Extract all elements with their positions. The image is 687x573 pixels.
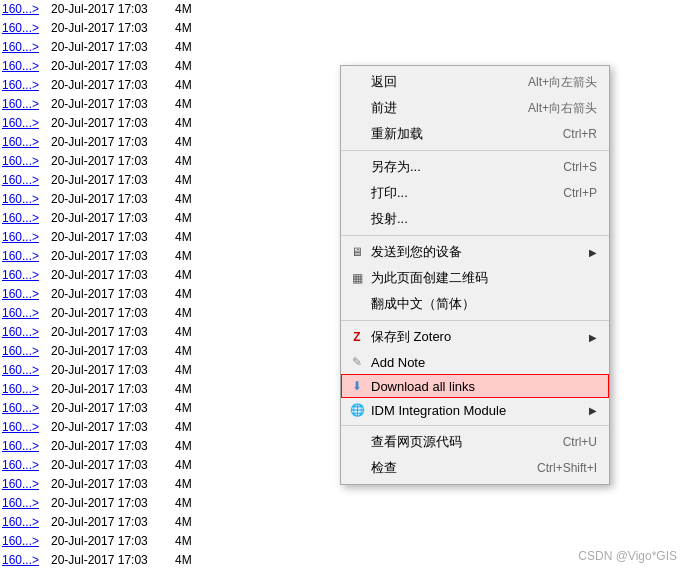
file-row: 160...>20-Jul-2017 17:034M xyxy=(0,171,340,190)
menu-shortcut-inspect: Ctrl+Shift+I xyxy=(537,461,597,475)
file-date: 20-Jul-2017 17:03 xyxy=(51,247,171,266)
file-link[interactable]: 160...> xyxy=(2,456,47,475)
file-size: 4M xyxy=(175,399,192,418)
file-size: 4M xyxy=(175,190,192,209)
file-row: 160...>20-Jul-2017 17:034M xyxy=(0,114,340,133)
file-date: 20-Jul-2017 17:03 xyxy=(51,494,171,513)
menu-item-reload[interactable]: 重新加载Ctrl+R xyxy=(341,121,609,147)
file-size: 4M xyxy=(175,285,192,304)
download-all-links-icon: ⬇ xyxy=(349,378,365,394)
file-link[interactable]: 160...> xyxy=(2,19,47,38)
file-size: 4M xyxy=(175,437,192,456)
file-size: 4M xyxy=(175,342,192,361)
file-link[interactable]: 160...> xyxy=(2,133,47,152)
idm-icon: 🌐 xyxy=(349,402,365,418)
menu-label-print: 打印... xyxy=(371,184,563,202)
menu-item-send-to-device[interactable]: 🖥发送到您的设备▶ xyxy=(341,239,609,265)
file-date: 20-Jul-2017 17:03 xyxy=(51,304,171,323)
file-size: 4M xyxy=(175,456,192,475)
menu-item-inspect[interactable]: 检查Ctrl+Shift+I xyxy=(341,455,609,481)
file-row: 160...>20-Jul-2017 17:034M xyxy=(0,247,340,266)
file-date: 20-Jul-2017 17:03 xyxy=(51,399,171,418)
file-link[interactable]: 160...> xyxy=(2,57,47,76)
menu-shortcut-forward: Alt+向右箭头 xyxy=(528,100,597,117)
file-row: 160...>20-Jul-2017 17:034M xyxy=(0,152,340,171)
menu-label-translate: 翻成中文（简体） xyxy=(371,295,597,313)
file-link[interactable]: 160...> xyxy=(2,38,47,57)
file-size: 4M xyxy=(175,228,192,247)
file-link[interactable]: 160...> xyxy=(2,171,47,190)
file-link[interactable]: 160...> xyxy=(2,494,47,513)
file-date: 20-Jul-2017 17:03 xyxy=(51,19,171,38)
file-size: 4M xyxy=(175,266,192,285)
add-note-icon: ✎ xyxy=(349,354,365,370)
menu-label-add-note: Add Note xyxy=(371,355,597,370)
file-date: 20-Jul-2017 17:03 xyxy=(51,285,171,304)
menu-item-zotero[interactable]: Z保存到 Zotero▶ xyxy=(341,324,609,350)
file-size: 4M xyxy=(175,209,192,228)
file-date: 20-Jul-2017 17:03 xyxy=(51,228,171,247)
file-row: 160...>20-Jul-2017 17:034M xyxy=(0,95,340,114)
menu-item-translate[interactable]: 翻成中文（简体） xyxy=(341,291,609,317)
file-row: 160...>20-Jul-2017 17:034M xyxy=(0,266,340,285)
file-date: 20-Jul-2017 17:03 xyxy=(51,513,171,532)
menu-item-view-source[interactable]: 查看网页源代码Ctrl+U xyxy=(341,429,609,455)
file-date: 20-Jul-2017 17:03 xyxy=(51,323,171,342)
file-link[interactable]: 160...> xyxy=(2,76,47,95)
file-row: 160...>20-Jul-2017 17:034M xyxy=(0,190,340,209)
file-date: 20-Jul-2017 17:03 xyxy=(51,38,171,57)
file-row: 160...>20-Jul-2017 17:034M xyxy=(0,57,340,76)
file-size: 4M xyxy=(175,475,192,494)
file-link[interactable]: 160...> xyxy=(2,266,47,285)
file-link[interactable]: 160...> xyxy=(2,551,47,570)
menu-label-download-all-links: Download all links xyxy=(371,379,597,394)
menu-item-add-note[interactable]: ✎Add Note xyxy=(341,350,609,374)
file-link[interactable]: 160...> xyxy=(2,513,47,532)
file-size: 4M xyxy=(175,38,192,57)
file-row: 160...>20-Jul-2017 17:034M xyxy=(0,209,340,228)
menu-separator xyxy=(341,320,609,321)
file-link[interactable]: 160...> xyxy=(2,399,47,418)
file-link[interactable]: 160...> xyxy=(2,342,47,361)
file-date: 20-Jul-2017 17:03 xyxy=(51,475,171,494)
menu-item-idm[interactable]: 🌐IDM Integration Module▶ xyxy=(341,398,609,422)
menu-item-create-qr[interactable]: ▦为此页面创建二维码 xyxy=(341,265,609,291)
watermark-text: CSDN @Vigo*GIS xyxy=(578,549,677,563)
menu-item-download-all-links[interactable]: ⬇Download all links xyxy=(341,374,609,398)
file-link[interactable]: 160...> xyxy=(2,190,47,209)
file-date: 20-Jul-2017 17:03 xyxy=(51,380,171,399)
menu-item-back[interactable]: 返回Alt+向左箭头 xyxy=(341,69,609,95)
file-link[interactable]: 160...> xyxy=(2,247,47,266)
file-link[interactable]: 160...> xyxy=(2,437,47,456)
file-date: 20-Jul-2017 17:03 xyxy=(51,76,171,95)
file-link[interactable]: 160...> xyxy=(2,95,47,114)
file-link[interactable]: 160...> xyxy=(2,532,47,551)
file-row: 160...>20-Jul-2017 17:034M xyxy=(0,323,340,342)
menu-arrow-send-to-device: ▶ xyxy=(589,247,597,258)
file-size: 4M xyxy=(175,418,192,437)
file-link[interactable]: 160...> xyxy=(2,380,47,399)
file-link[interactable]: 160...> xyxy=(2,475,47,494)
file-link[interactable]: 160...> xyxy=(2,323,47,342)
file-link[interactable]: 160...> xyxy=(2,361,47,380)
file-link[interactable]: 160...> xyxy=(2,285,47,304)
menu-item-save-as[interactable]: 另存为...Ctrl+S xyxy=(341,154,609,180)
file-row: 160...>20-Jul-2017 17:034M xyxy=(0,19,340,38)
file-row: 160...>20-Jul-2017 17:034M xyxy=(0,228,340,247)
zotero-icon: Z xyxy=(349,329,365,345)
file-size: 4M xyxy=(175,19,192,38)
menu-label-inspect: 检查 xyxy=(371,459,537,477)
menu-separator xyxy=(341,425,609,426)
file-link[interactable]: 160...> xyxy=(2,114,47,133)
file-link[interactable]: 160...> xyxy=(2,418,47,437)
file-size: 4M xyxy=(175,114,192,133)
menu-item-print[interactable]: 打印...Ctrl+P xyxy=(341,180,609,206)
menu-label-idm: IDM Integration Module xyxy=(371,403,589,418)
file-link[interactable]: 160...> xyxy=(2,152,47,171)
file-link[interactable]: 160...> xyxy=(2,0,47,19)
file-link[interactable]: 160...> xyxy=(2,228,47,247)
file-link[interactable]: 160...> xyxy=(2,209,47,228)
file-link[interactable]: 160...> xyxy=(2,304,47,323)
menu-item-forward[interactable]: 前进Alt+向右箭头 xyxy=(341,95,609,121)
menu-item-cast[interactable]: 投射... xyxy=(341,206,609,232)
